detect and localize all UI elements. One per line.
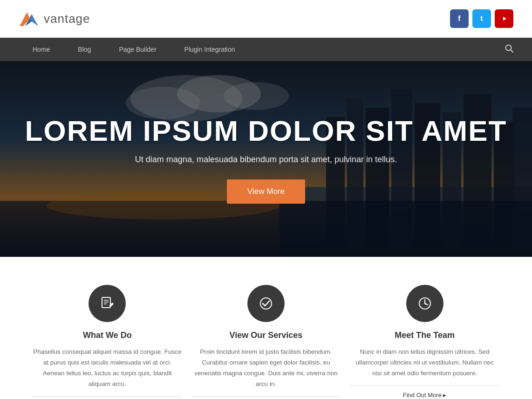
nav-items: Home Blog Page Builder Plugin Integratio…: [19, 38, 505, 61]
meet-the-team-icon: [406, 285, 443, 322]
what-we-do-icon: [89, 285, 126, 322]
header: vantage f t: [0, 0, 532, 38]
facebook-button[interactable]: f: [450, 9, 469, 28]
feature-meet-the-team: Meet The Team Nunc in diam non tellus di…: [350, 285, 499, 399]
hero-section: LOREM IPSUM DOLOR SIT AMET Ut diam magna…: [0, 61, 532, 257]
twitter-button[interactable]: t: [472, 9, 491, 28]
feature-what-we-do: What We Do Phasellus consequat aliquet m…: [33, 285, 182, 399]
svg-point-29: [260, 298, 272, 309]
feature-view-our-services: View Our Services Proin tincidunt lorem …: [191, 285, 341, 399]
meet-the-team-title: Meet The Team: [395, 330, 455, 340]
view-our-services-icon: [247, 285, 285, 322]
features-section: What We Do Phasellus consequat aliquet m…: [0, 257, 532, 399]
logo: vantage: [19, 8, 90, 29]
logo-text: vantage: [44, 12, 90, 26]
svg-point-33: [424, 303, 425, 304]
what-we-do-title: What We Do: [83, 330, 132, 340]
view-our-services-title: View Our Services: [230, 330, 303, 340]
svg-line-6: [511, 50, 513, 52]
search-icon[interactable]: [505, 44, 513, 55]
nav-blog[interactable]: Blog: [64, 38, 105, 61]
view-our-services-link[interactable]: Find Out More ▸: [191, 396, 341, 399]
hero-view-more-button[interactable]: View More: [227, 179, 305, 204]
nav-plugin-integration[interactable]: Plugin Integration: [171, 38, 249, 61]
what-we-do-desc: Phasellus consequat aliquet massa id con…: [33, 347, 182, 390]
hero-title: LOREM IPSUM DOLOR SIT AMET: [25, 114, 507, 147]
nav-home[interactable]: Home: [19, 38, 64, 61]
what-we-do-link[interactable]: Find Out More ▸: [33, 396, 182, 399]
svg-rect-25: [102, 297, 110, 308]
navigation: Home Blog Page Builder Plugin Integratio…: [0, 38, 532, 61]
meet-the-team-link[interactable]: Find Out More ▸: [350, 385, 499, 399]
hero-subtitle: Ut diam magna, malesuada bibendum porta …: [25, 155, 507, 165]
nav-page-builder[interactable]: Page Builder: [105, 38, 170, 61]
logo-icon: [19, 8, 39, 29]
svg-marker-0: [20, 12, 30, 26]
hero-content: LOREM IPSUM DOLOR SIT AMET Ut diam magna…: [25, 114, 507, 204]
meet-the-team-desc: Nunc in diam non tellus dignissim ultric…: [350, 347, 499, 379]
youtube-icon: [500, 16, 508, 21]
social-icons-group: f t: [450, 9, 513, 28]
view-our-services-desc: Proin tincidunt lorem id justo facilisis…: [191, 347, 341, 390]
youtube-button[interactable]: [495, 9, 513, 28]
